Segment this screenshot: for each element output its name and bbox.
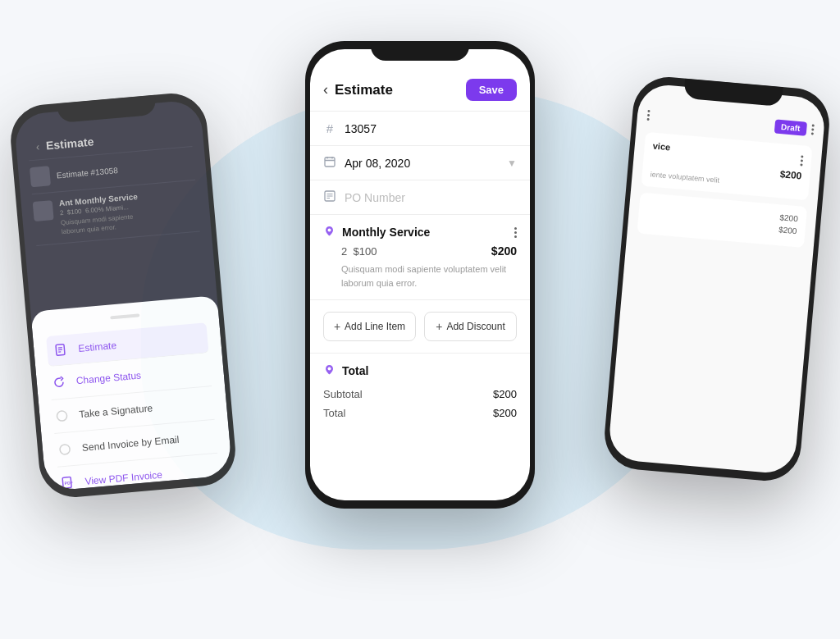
right-phone-screen: Draft vice $200 bbox=[607, 83, 826, 475]
field-number-value: 13057 bbox=[345, 122, 517, 135]
calendar-icon bbox=[323, 156, 336, 170]
service-name: Monthly Service bbox=[342, 226, 430, 239]
sheet-status-label: Change Status bbox=[75, 369, 141, 386]
left-phone-screen: ‹ Estimate Estimate #13058 Ant Monthly S… bbox=[13, 99, 232, 491]
right-service-dots bbox=[800, 155, 803, 166]
totals-title: Total bbox=[342, 364, 368, 377]
total-row: Total $200 bbox=[323, 404, 517, 422]
field-date-value: Apr 08, 2020 bbox=[345, 157, 499, 170]
subtotal-row: Subtotal $200 bbox=[323, 385, 517, 404]
center-title: Estimate bbox=[335, 82, 393, 98]
center-phone-screen: ‹ Estimate Save # 13057 Apr 08, 2020 ▼ bbox=[310, 49, 530, 500]
right-header-dots1 bbox=[647, 110, 651, 121]
circle-icon bbox=[52, 406, 72, 426]
hash-icon: # bbox=[323, 121, 336, 135]
add-line-item-label: Add Line Item bbox=[345, 321, 405, 332]
center-phone-notch bbox=[371, 41, 469, 61]
right-total-val-1: $200 bbox=[779, 212, 798, 223]
phone-left: ‹ Estimate Estimate #13058 Ant Monthly S… bbox=[8, 90, 239, 500]
po-icon bbox=[323, 190, 336, 204]
totals-icon bbox=[323, 363, 336, 378]
pdf-icon: PDF bbox=[58, 473, 78, 491]
phone-right: Draft vice $200 bbox=[602, 74, 833, 483]
action-buttons-row: + Add Line Item + Add Discount bbox=[310, 300, 530, 354]
totals-header: Total bbox=[323, 363, 517, 378]
date-chevron-icon: ▼ bbox=[507, 157, 517, 169]
right-total-val-2: $200 bbox=[778, 225, 797, 235]
right-totals: $200 $200 bbox=[637, 192, 807, 248]
svg-rect-8 bbox=[325, 157, 335, 167]
svg-text:PDF: PDF bbox=[64, 480, 72, 486]
right-service-name: vice bbox=[652, 141, 670, 153]
left-screen-title: Estimate bbox=[45, 135, 94, 152]
save-button[interactable]: Save bbox=[466, 79, 517, 101]
plus-icon-1: + bbox=[334, 320, 340, 333]
left-bottom-sheet: Estimate Change Status Take a Signature bbox=[30, 295, 232, 491]
right-header: Draft bbox=[646, 108, 815, 137]
service-total: $200 bbox=[491, 244, 517, 258]
right-service-card: vice $200 iente voluptatem velit bbox=[641, 132, 813, 201]
service-dots-icon[interactable] bbox=[514, 227, 517, 238]
add-line-item-button[interactable]: + Add Line Item bbox=[323, 312, 416, 341]
left-estimate-number: Estimate #13058 bbox=[56, 165, 118, 180]
sheet-handle bbox=[110, 313, 139, 319]
sheet-estimate-label: Estimate bbox=[78, 340, 117, 354]
center-header: ‹ Estimate Save bbox=[310, 79, 530, 112]
svg-point-4 bbox=[57, 411, 67, 422]
field-number: # 13057 bbox=[310, 112, 530, 146]
phone-center: ‹ Estimate Save # 13057 Apr 08, 2020 ▼ bbox=[305, 41, 535, 509]
sheet-pdf-label: View PDF Invoice bbox=[84, 469, 162, 487]
document-icon bbox=[52, 340, 71, 360]
left-back-arrow: ‹ bbox=[35, 140, 40, 153]
totals-section: Total Subtotal $200 Total $200 bbox=[310, 354, 530, 432]
right-service-amount: $200 bbox=[779, 168, 802, 181]
field-po-placeholder: PO Number bbox=[345, 191, 517, 204]
sheet-email-label: Send Invoice by Email bbox=[81, 434, 180, 454]
field-po[interactable]: PO Number bbox=[310, 180, 530, 215]
svg-point-17 bbox=[328, 367, 331, 371]
refresh-icon bbox=[49, 372, 69, 392]
email-circle-icon bbox=[55, 440, 75, 459]
field-date[interactable]: Apr 08, 2020 ▼ bbox=[310, 146, 530, 180]
total-value: $200 bbox=[493, 407, 517, 419]
service-price-row: 2 $100 $200 bbox=[323, 244, 517, 258]
service-icon bbox=[323, 225, 336, 240]
service-description: Quisquam modi sapiente voluptatem velit … bbox=[323, 262, 517, 290]
add-discount-label: Add Discount bbox=[446, 321, 504, 332]
add-discount-button[interactable]: + Add Discount bbox=[424, 312, 517, 341]
plus-icon-2: + bbox=[436, 320, 442, 333]
subtotal-value: $200 bbox=[493, 388, 517, 400]
svg-point-16 bbox=[328, 229, 331, 232]
service-qty-price: 2 $100 bbox=[341, 245, 377, 258]
center-back-arrow[interactable]: ‹ bbox=[323, 81, 328, 98]
service-section: Monthly Service 2 $100 $200 Quisquam mod… bbox=[310, 215, 530, 300]
right-header-dots2 bbox=[811, 124, 815, 135]
sheet-signature-label: Take a Signature bbox=[79, 402, 153, 420]
subtotal-label: Subtotal bbox=[323, 388, 363, 400]
svg-point-5 bbox=[60, 444, 71, 454]
total-label: Total bbox=[323, 407, 345, 419]
draft-badge: Draft bbox=[774, 119, 807, 135]
